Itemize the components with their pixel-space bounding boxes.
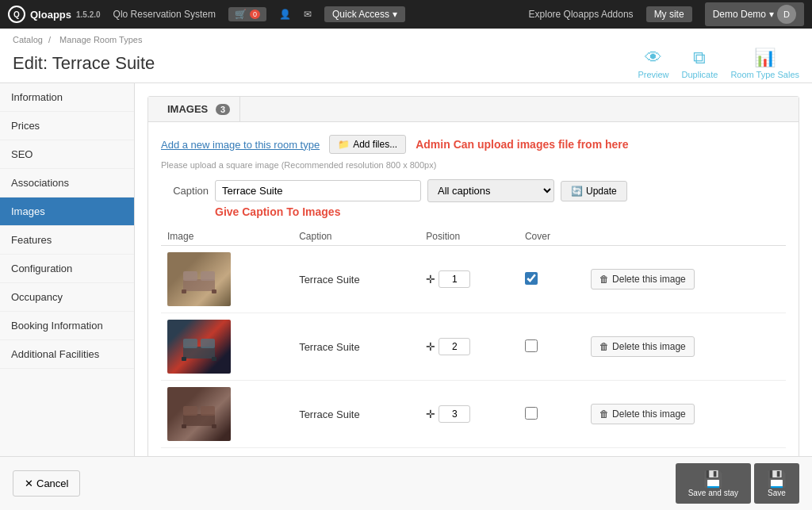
svg-rect-10 bbox=[183, 414, 215, 426]
delete-label-2: Delete this image bbox=[612, 341, 686, 352]
save-label: Save bbox=[768, 489, 786, 497]
save-buttons: 💾 Save and stay 💾 Save bbox=[676, 463, 799, 504]
sidebar-item-images[interactable]: Images bbox=[0, 197, 134, 226]
delete-image-3-button[interactable]: 🗑 Delete this image bbox=[591, 404, 695, 424]
delete-image-1-button[interactable]: 🗑 Delete this image bbox=[591, 269, 695, 290]
delete-cell-3: 🗑 Delete this image bbox=[584, 381, 786, 448]
sidebar-item-features[interactable]: Features bbox=[0, 226, 134, 255]
cover-checkbox-1[interactable] bbox=[525, 272, 538, 285]
save-stay-icon: 💾 bbox=[703, 470, 723, 489]
sidebar-item-prices[interactable]: Prices bbox=[0, 112, 134, 140]
table-row: Terrace Suite ✛ bbox=[161, 381, 786, 448]
tab-header: IMAGES 3 bbox=[148, 97, 799, 122]
sidebar-item-associations[interactable]: Associations bbox=[0, 169, 134, 197]
svg-rect-0 bbox=[183, 279, 215, 291]
position-input-1[interactable] bbox=[439, 270, 470, 288]
sidebar-item-seo[interactable]: SEO bbox=[0, 140, 134, 169]
caption-select[interactable]: All captions bbox=[427, 179, 554, 202]
svg-rect-11 bbox=[183, 406, 197, 416]
col-caption: Caption bbox=[293, 228, 419, 246]
cover-checkbox-2[interactable] bbox=[525, 339, 538, 352]
quick-access-btn[interactable]: Quick Access ▾ bbox=[324, 6, 405, 22]
caption-text-2: Terrace Suite bbox=[299, 341, 360, 353]
caption-input[interactable] bbox=[215, 180, 421, 201]
cart-button[interactable]: 🛒 0 bbox=[228, 7, 266, 21]
tab-images[interactable]: IMAGES 3 bbox=[158, 97, 240, 121]
main-layout: Information Prices SEO Associations Imag… bbox=[0, 83, 812, 510]
image-thumbnail-2 bbox=[167, 320, 231, 374]
logo-icon: Q bbox=[8, 6, 25, 23]
cover-cell-3 bbox=[519, 381, 584, 448]
svg-rect-9 bbox=[212, 357, 216, 361]
sidebar: Information Prices SEO Associations Imag… bbox=[0, 83, 135, 510]
save-and-stay-button[interactable]: 💾 Save and stay bbox=[676, 463, 751, 504]
caption-cell-3: Terrace Suite bbox=[293, 381, 419, 448]
sidebar-item-additional-facilities[interactable]: Additional Facilities bbox=[0, 340, 134, 369]
page-title: Edit: Terrace Suite bbox=[13, 53, 155, 74]
move-icon-1: ✛ bbox=[426, 273, 435, 286]
tab-images-count: 3 bbox=[216, 104, 230, 115]
give-caption-text: Give Caption To Images bbox=[215, 205, 786, 218]
update-button[interactable]: 🔄 Update bbox=[561, 181, 627, 201]
position-input-2[interactable] bbox=[439, 338, 470, 355]
table-row: Terrace Suite ✛ bbox=[161, 246, 786, 313]
sidebar-item-occupancy[interactable]: Occupancy bbox=[0, 283, 134, 312]
bed-svg-1 bbox=[179, 263, 219, 295]
tab-content: Add a new image to this room type 📁 Add … bbox=[148, 122, 799, 461]
sidebar-item-information[interactable]: Information bbox=[0, 83, 134, 112]
table-row: Terrace Suite ✛ bbox=[161, 313, 786, 381]
sidebar-item-booking-information[interactable]: Booking Information bbox=[0, 312, 134, 340]
svg-rect-5 bbox=[183, 347, 215, 359]
user-menu-btn[interactable]: Demo Demo ▾ D bbox=[705, 2, 804, 26]
position-cell-2: ✛ bbox=[419, 313, 519, 381]
image-thumbnail-3 bbox=[167, 387, 231, 441]
cart-count: 0 bbox=[250, 10, 260, 19]
breadcrumb: Catalog / Manage Room Types bbox=[13, 35, 799, 44]
footer-bar: ✕ Cancel 💾 Save and stay 💾 Save bbox=[0, 456, 812, 510]
add-image-link[interactable]: Add a new image to this room type bbox=[161, 139, 320, 151]
svg-rect-12 bbox=[201, 406, 215, 416]
upload-row: Add a new image to this room type 📁 Add … bbox=[161, 135, 786, 154]
images-tab-panel: IMAGES 3 Add a new image to this room ty… bbox=[147, 96, 799, 462]
preview-icon: 👁 bbox=[645, 48, 662, 68]
refresh-icon: 🔄 bbox=[571, 186, 583, 197]
col-cover: Cover bbox=[519, 228, 584, 246]
move-icon-3: ✛ bbox=[426, 408, 435, 420]
add-files-label: Add files... bbox=[353, 139, 397, 150]
trash-icon-1: 🗑 bbox=[599, 274, 609, 285]
add-files-button[interactable]: 📁 Add files... bbox=[329, 135, 406, 154]
caption-cell-2: Terrace Suite bbox=[293, 313, 419, 381]
duplicate-icon: ⧉ bbox=[693, 48, 706, 68]
delete-label-1: Delete this image bbox=[612, 274, 686, 285]
breadcrumb-separator: / bbox=[48, 35, 51, 44]
caption-text-3: Terrace Suite bbox=[299, 408, 360, 420]
cancel-button[interactable]: ✕ Cancel bbox=[13, 470, 80, 497]
upload-hint: Please upload a square image (Recommende… bbox=[161, 160, 786, 170]
save-stay-label: Save and stay bbox=[688, 489, 738, 497]
duplicate-label: Duplicate bbox=[682, 70, 718, 79]
cover-checkbox-3[interactable] bbox=[525, 407, 538, 420]
col-actions bbox=[584, 228, 786, 246]
position-cell-1: ✛ bbox=[419, 246, 519, 313]
position-input-3[interactable] bbox=[439, 405, 470, 423]
delete-cell-1: 🗑 Delete this image bbox=[584, 246, 786, 313]
sidebar-item-configuration[interactable]: Configuration bbox=[0, 255, 134, 283]
room-type-sales-button[interactable]: 📊 Room Type Sales bbox=[730, 48, 799, 79]
main-content: IMAGES 3 Add a new image to this room ty… bbox=[135, 83, 812, 510]
delete-image-2-button[interactable]: 🗑 Delete this image bbox=[591, 336, 695, 357]
caption-text-1: Terrace Suite bbox=[299, 274, 360, 286]
duplicate-button[interactable]: ⧉ Duplicate bbox=[682, 48, 718, 79]
explore-addons-link[interactable]: Explore Qloapps Addons bbox=[529, 9, 634, 20]
my-site-btn[interactable]: My site bbox=[646, 6, 692, 22]
top-navigation: Q Qloapps 1.5.2.0 Qlo Reservation System… bbox=[0, 0, 812, 29]
breadcrumb-catalog[interactable]: Catalog bbox=[13, 35, 43, 44]
delete-cell-2: 🗑 Delete this image bbox=[584, 313, 786, 381]
bed-svg-3 bbox=[179, 398, 219, 430]
bed-svg-2 bbox=[179, 331, 219, 362]
svg-rect-4 bbox=[212, 290, 216, 293]
user-icon-btn[interactable]: 👤 bbox=[279, 9, 291, 20]
system-name[interactable]: Qlo Reservation System bbox=[113, 9, 216, 20]
mail-icon-btn[interactable]: ✉ bbox=[304, 9, 312, 20]
save-button[interactable]: 💾 Save bbox=[754, 463, 799, 504]
preview-button[interactable]: 👁 Preview bbox=[638, 48, 668, 79]
